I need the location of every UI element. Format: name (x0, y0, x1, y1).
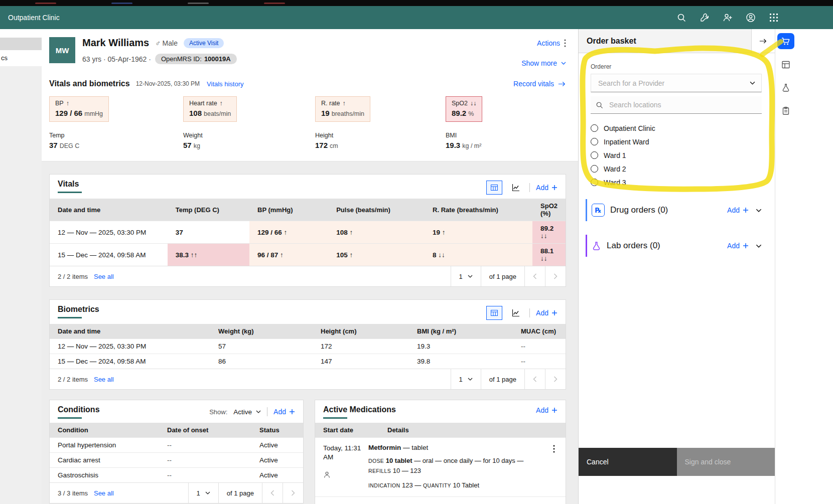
column-header: BMI (kg / m²) (409, 324, 513, 339)
prev-page-button[interactable] (524, 369, 545, 389)
chart-view-button[interactable] (508, 306, 523, 319)
left-nav-item-fragment[interactable]: cs (0, 50, 42, 66)
location-label: Inpatient Ward (604, 138, 649, 146)
patient-id-label: OpenMRS ID: (161, 55, 202, 63)
location-label: Ward 2 (604, 165, 626, 173)
app-switcher-icon[interactable] (769, 13, 779, 23)
header-icons (676, 13, 779, 23)
biometrics-table: Date and time Weight (kg) Height (cm) BM… (50, 324, 566, 369)
divider (529, 183, 530, 192)
table-view-button[interactable] (486, 181, 502, 195)
lab-rail-icon[interactable] (781, 83, 791, 93)
next-page-button[interactable] (545, 266, 566, 286)
chevron-down-icon (256, 410, 261, 413)
conditions-panel: Conditions Show: Active (49, 400, 304, 503)
rx-icon: ℞ (592, 204, 605, 217)
show-more-label: Show more (521, 59, 557, 67)
location-options: Outpatient Clinic Inpatient Ward Ward 1 … (591, 121, 762, 189)
location-option-ward-2[interactable]: Ward 2 (591, 162, 762, 176)
add-condition-button[interactable]: Add (273, 408, 295, 416)
cell-date: 12 — Nov — 2025, 03:30 PM (50, 339, 210, 354)
arrow-right-icon (759, 38, 767, 44)
see-all-link[interactable]: See all (94, 489, 114, 497)
prev-page-button[interactable] (262, 483, 283, 503)
title-underline (58, 417, 82, 419)
arrow-right-icon (558, 81, 566, 87)
add-label: Add (536, 309, 548, 317)
forms-rail-icon[interactable] (781, 106, 791, 116)
cell-temp: 38.3 ↑↑ (168, 244, 249, 266)
right-action-rail (775, 29, 833, 504)
column-header: Details (379, 423, 566, 437)
clinical-views-icon[interactable] (781, 60, 791, 70)
see-all-link[interactable]: See all (94, 273, 114, 280)
collapse-panel-button[interactable] (751, 29, 775, 53)
left-nav-selected-item[interactable] (0, 38, 42, 50)
prev-page-button[interactable] (524, 266, 545, 286)
order-basket-rail-button[interactable] (777, 33, 794, 49)
record-vitals-link[interactable]: Record vitals (513, 80, 566, 88)
provider-input[interactable] (597, 79, 750, 88)
cell-height: 147 (313, 354, 409, 369)
prescriber-icon (323, 471, 363, 478)
chevron-down-icon[interactable] (756, 209, 762, 212)
cell-status: Active (251, 453, 303, 468)
column-header: BP (mmHg) (249, 199, 328, 221)
patient-banner: MW Mark Williams ♂ Male Active Visit 63 … (42, 29, 578, 161)
cell-condition: Portal hypertension (50, 438, 159, 453)
plus-icon (551, 185, 558, 191)
add-medication-button[interactable]: Add (536, 406, 558, 414)
add-biometrics-button[interactable]: Add (536, 309, 558, 317)
user-avatar-icon[interactable] (746, 13, 756, 23)
cell-temp: 37 (168, 221, 249, 244)
chevron-down-icon (750, 81, 755, 85)
drug-orders-title: Drug orders (0) (610, 205, 668, 215)
divider (529, 308, 530, 317)
add-drug-order-button[interactable]: Add (727, 206, 749, 214)
medication-overflow-menu[interactable] (545, 444, 563, 490)
add-user-icon[interactable] (723, 13, 733, 23)
search-icon[interactable] (676, 13, 686, 23)
see-all-link[interactable]: See all (94, 376, 114, 383)
actions-button[interactable]: Actions (537, 39, 566, 47)
biometrics-pager: 2 / 2 items See all 1 of 1 page (50, 369, 566, 389)
avatar: MW (49, 37, 75, 63)
location-option-outpatient-clinic[interactable]: Outpatient Clinic (591, 121, 762, 135)
page-select[interactable]: 1 (451, 369, 481, 389)
vitals-tiles: BP↑ 129 / 66mmHg Heart rate↑ 108beats/mi… (49, 96, 566, 151)
show-label: Show: (209, 408, 227, 416)
provider-combobox[interactable] (591, 74, 762, 92)
vitals-summary-timestamp: 12-Nov-2025, 03:30 PM (136, 80, 200, 87)
conditions-filter-select[interactable]: Active (233, 408, 261, 416)
order-basket-panel: Order basket Orderer Out (578, 29, 775, 504)
next-page-button[interactable] (545, 369, 566, 389)
location-search[interactable] (591, 96, 762, 114)
page-select[interactable]: 1 (188, 483, 218, 503)
tools-icon[interactable] (700, 13, 710, 23)
sign-and-close-button[interactable]: Sign and close (677, 448, 775, 476)
column-header: MUAC (cm) (513, 324, 566, 339)
chevron-down-icon (468, 378, 473, 381)
workspace: cs MW Mark Williams ♂ Male Active Visit … (0, 29, 833, 504)
vitals-history-link[interactable]: Vitals history (207, 80, 243, 88)
items-count: 2 / 2 items (50, 273, 88, 280)
drug-name: Metformin (368, 444, 401, 451)
next-page-button[interactable] (283, 483, 303, 503)
location-search-input[interactable] (608, 100, 757, 109)
page-select[interactable]: 1 (451, 266, 481, 286)
add-vitals-button[interactable]: Add (536, 184, 558, 192)
chart-view-button[interactable] (508, 181, 523, 194)
location-option-ward-3[interactable]: Ward 3 (591, 176, 762, 189)
location-option-inpatient-ward[interactable]: Inpatient Ward (591, 135, 762, 148)
down-arrows: ↓↓ (470, 100, 477, 107)
order-basket-title: Order basket (579, 37, 636, 46)
add-lab-order-button[interactable]: Add (727, 242, 749, 250)
location-option-ward-1[interactable]: Ward 1 (591, 148, 762, 162)
cell-onset: -- (159, 438, 251, 453)
column-header: Pulse (beats/min) (328, 199, 425, 221)
browser-fragment (35, 3, 56, 4)
chevron-down-icon[interactable] (756, 244, 762, 248)
table-view-button[interactable] (486, 306, 502, 320)
cancel-button[interactable]: Cancel (579, 448, 677, 476)
show-more-button[interactable]: Show more (521, 59, 566, 67)
